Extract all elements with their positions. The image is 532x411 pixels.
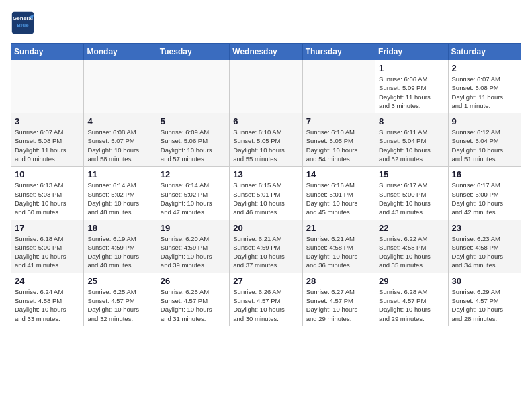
week-row-5: 24Sunrise: 6:24 AM Sunset: 4:58 PM Dayli… [11, 273, 521, 326]
day-info: Sunrise: 6:07 AM Sunset: 5:08 PM Dayligh… [452, 75, 517, 110]
page-header: General Blue [11, 11, 521, 35]
day-info: Sunrise: 6:09 AM Sunset: 5:06 PM Dayligh… [161, 128, 226, 163]
day-info: Sunrise: 6:08 AM Sunset: 5:07 PM Dayligh… [87, 128, 152, 163]
day-number: 7 [306, 116, 371, 126]
day-number: 25 [87, 276, 152, 286]
weekday-header-thursday: Thursday [302, 44, 375, 60]
table-cell: 13Sunrise: 6:15 AM Sunset: 5:01 PM Dayli… [230, 167, 302, 220]
week-row-1: 1Sunrise: 6:06 AM Sunset: 5:09 PM Daylig… [11, 60, 521, 113]
table-cell [157, 60, 229, 113]
day-number: 6 [233, 116, 298, 126]
day-number: 24 [15, 276, 80, 286]
table-cell: 2Sunrise: 6:07 AM Sunset: 5:08 PM Daylig… [448, 60, 521, 113]
day-info: Sunrise: 6:17 AM Sunset: 5:00 PM Dayligh… [452, 181, 517, 216]
weekday-header-tuesday: Tuesday [157, 44, 229, 60]
table-cell: 3Sunrise: 6:07 AM Sunset: 5:08 PM Daylig… [11, 113, 84, 167]
day-info: Sunrise: 6:10 AM Sunset: 5:05 PM Dayligh… [233, 128, 298, 163]
day-number: 27 [233, 276, 298, 286]
table-cell: 22Sunrise: 6:22 AM Sunset: 4:58 PM Dayli… [375, 220, 448, 273]
day-number: 14 [306, 169, 371, 179]
table-cell: 15Sunrise: 6:17 AM Sunset: 5:00 PM Dayli… [375, 167, 448, 220]
table-cell [11, 60, 84, 113]
weekday-header-monday: Monday [84, 44, 157, 60]
day-info: Sunrise: 6:26 AM Sunset: 4:57 PM Dayligh… [233, 287, 298, 323]
day-info: Sunrise: 6:20 AM Sunset: 4:59 PM Dayligh… [161, 234, 226, 270]
day-info: Sunrise: 6:14 AM Sunset: 5:02 PM Dayligh… [87, 181, 152, 216]
table-cell: 1Sunrise: 6:06 AM Sunset: 5:09 PM Daylig… [375, 60, 448, 113]
day-info: Sunrise: 6:10 AM Sunset: 5:05 PM Dayligh… [306, 128, 371, 163]
day-info: Sunrise: 6:06 AM Sunset: 5:09 PM Dayligh… [379, 75, 444, 110]
day-number: 22 [379, 223, 444, 233]
table-cell: 23Sunrise: 6:23 AM Sunset: 4:58 PM Dayli… [448, 220, 521, 273]
table-cell: 16Sunrise: 6:17 AM Sunset: 5:00 PM Dayli… [448, 167, 521, 220]
day-number: 3 [15, 116, 80, 126]
table-cell: 27Sunrise: 6:26 AM Sunset: 4:57 PM Dayli… [230, 273, 302, 326]
day-info: Sunrise: 6:11 AM Sunset: 5:04 PM Dayligh… [379, 128, 444, 163]
day-info: Sunrise: 6:19 AM Sunset: 4:59 PM Dayligh… [87, 234, 152, 270]
day-number: 12 [161, 169, 226, 179]
day-number: 9 [452, 116, 517, 126]
table-cell: 17Sunrise: 6:18 AM Sunset: 5:00 PM Dayli… [11, 220, 84, 273]
table-cell: 8Sunrise: 6:11 AM Sunset: 5:04 PM Daylig… [375, 113, 448, 167]
table-cell: 11Sunrise: 6:14 AM Sunset: 5:02 PM Dayli… [84, 167, 157, 220]
day-number: 11 [87, 169, 152, 179]
calendar-table: SundayMondayTuesdayWednesdayThursdayFrid… [11, 43, 521, 326]
table-cell [84, 60, 157, 113]
table-cell [302, 60, 375, 113]
week-row-2: 3Sunrise: 6:07 AM Sunset: 5:08 PM Daylig… [11, 113, 521, 167]
day-number: 21 [306, 223, 371, 233]
table-cell: 9Sunrise: 6:12 AM Sunset: 5:04 PM Daylig… [448, 113, 521, 167]
day-number: 13 [233, 169, 298, 179]
weekday-header-wednesday: Wednesday [230, 44, 302, 60]
day-number: 19 [161, 223, 226, 233]
day-number: 2 [452, 63, 517, 73]
day-info: Sunrise: 6:28 AM Sunset: 4:57 PM Dayligh… [379, 287, 444, 323]
table-cell: 6Sunrise: 6:10 AM Sunset: 5:05 PM Daylig… [230, 113, 302, 167]
table-cell: 4Sunrise: 6:08 AM Sunset: 5:07 PM Daylig… [84, 113, 157, 167]
table-cell: 21Sunrise: 6:21 AM Sunset: 4:58 PM Dayli… [302, 220, 375, 273]
table-cell: 14Sunrise: 6:16 AM Sunset: 5:01 PM Dayli… [302, 167, 375, 220]
day-info: Sunrise: 6:17 AM Sunset: 5:00 PM Dayligh… [379, 181, 444, 216]
day-info: Sunrise: 6:16 AM Sunset: 5:01 PM Dayligh… [306, 181, 371, 216]
day-info: Sunrise: 6:25 AM Sunset: 4:57 PM Dayligh… [87, 287, 152, 323]
day-info: Sunrise: 6:21 AM Sunset: 4:59 PM Dayligh… [233, 234, 298, 270]
weekday-header-sunday: Sunday [11, 44, 84, 60]
day-number: 15 [379, 169, 444, 179]
day-info: Sunrise: 6:14 AM Sunset: 5:02 PM Dayligh… [161, 181, 226, 216]
logo-icon: General Blue [11, 11, 35, 35]
day-info: Sunrise: 6:07 AM Sunset: 5:08 PM Dayligh… [15, 128, 80, 163]
table-cell: 12Sunrise: 6:14 AM Sunset: 5:02 PM Dayli… [157, 167, 229, 220]
table-cell: 20Sunrise: 6:21 AM Sunset: 4:59 PM Dayli… [230, 220, 302, 273]
table-cell: 29Sunrise: 6:28 AM Sunset: 4:57 PM Dayli… [375, 273, 448, 326]
table-cell: 7Sunrise: 6:10 AM Sunset: 5:05 PM Daylig… [302, 113, 375, 167]
day-info: Sunrise: 6:27 AM Sunset: 4:57 PM Dayligh… [306, 287, 371, 323]
table-cell [230, 60, 302, 113]
table-cell: 19Sunrise: 6:20 AM Sunset: 4:59 PM Dayli… [157, 220, 229, 273]
day-number: 1 [379, 63, 444, 73]
day-number: 18 [87, 223, 152, 233]
day-number: 20 [233, 223, 298, 233]
table-cell: 24Sunrise: 6:24 AM Sunset: 4:58 PM Dayli… [11, 273, 84, 326]
day-number: 10 [15, 169, 80, 179]
day-number: 16 [452, 169, 517, 179]
day-info: Sunrise: 6:21 AM Sunset: 4:58 PM Dayligh… [306, 234, 371, 270]
day-number: 17 [15, 223, 80, 233]
table-cell: 30Sunrise: 6:29 AM Sunset: 4:57 PM Dayli… [448, 273, 521, 326]
day-number: 26 [161, 276, 226, 286]
day-info: Sunrise: 6:23 AM Sunset: 4:58 PM Dayligh… [452, 234, 517, 270]
weekday-header-saturday: Saturday [448, 44, 521, 60]
day-info: Sunrise: 6:12 AM Sunset: 5:04 PM Dayligh… [452, 128, 517, 163]
table-cell: 25Sunrise: 6:25 AM Sunset: 4:57 PM Dayli… [84, 273, 157, 326]
weekday-header-friday: Friday [375, 44, 448, 60]
weekday-header-row: SundayMondayTuesdayWednesdayThursdayFrid… [11, 44, 521, 60]
day-info: Sunrise: 6:25 AM Sunset: 4:57 PM Dayligh… [161, 287, 226, 323]
week-row-3: 10Sunrise: 6:13 AM Sunset: 5:03 PM Dayli… [11, 167, 521, 220]
table-cell: 28Sunrise: 6:27 AM Sunset: 4:57 PM Dayli… [302, 273, 375, 326]
week-row-4: 17Sunrise: 6:18 AM Sunset: 5:00 PM Dayli… [11, 220, 521, 273]
day-info: Sunrise: 6:24 AM Sunset: 4:58 PM Dayligh… [15, 287, 80, 323]
day-info: Sunrise: 6:15 AM Sunset: 5:01 PM Dayligh… [233, 181, 298, 216]
table-cell: 10Sunrise: 6:13 AM Sunset: 5:03 PM Dayli… [11, 167, 84, 220]
logo: General Blue [11, 11, 35, 35]
day-number: 28 [306, 276, 371, 286]
day-info: Sunrise: 6:13 AM Sunset: 5:03 PM Dayligh… [15, 181, 80, 216]
